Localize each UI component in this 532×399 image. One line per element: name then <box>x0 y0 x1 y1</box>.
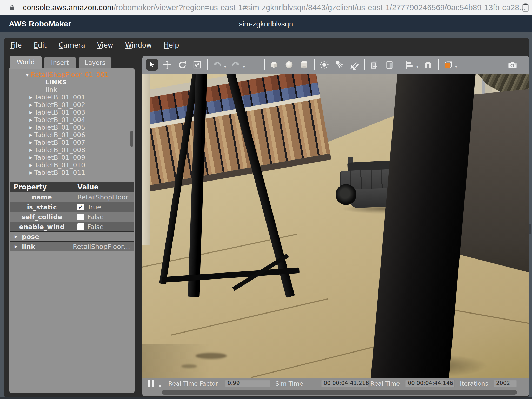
menu-window[interactable]: Window <box>125 41 152 52</box>
snap-tool-button[interactable] <box>422 59 434 71</box>
insert-sphere-button[interactable] <box>283 59 295 71</box>
tree-scrollbar[interactable] <box>130 131 133 147</box>
menu-help[interactable]: Help <box>164 41 179 52</box>
property-row-pose[interactable]: ▶pose <box>10 231 134 241</box>
menu-bar: File Edit Camera View Window Help <box>10 41 179 52</box>
property-row-self-collide[interactable]: self_collide False <box>10 212 134 222</box>
floor-plank-seam <box>171 298 328 336</box>
tree-item-model[interactable]: ▶TabletB_01_005 <box>9 124 135 131</box>
tree-item-model[interactable]: ▶TabletB_01_004 <box>9 116 135 124</box>
translate-tool-button[interactable] <box>161 59 173 71</box>
expand-arrow-icon[interactable]: ▶ <box>28 103 34 107</box>
expand-arrow-icon[interactable]: ▶ <box>28 170 34 175</box>
undo-button[interactable] <box>211 59 223 71</box>
gazebo-toolbar: ▾ ▾ <box>142 56 529 74</box>
pause-button[interactable] <box>148 380 154 387</box>
floor-shadow <box>142 344 210 378</box>
horizontal-scrollbar[interactable] <box>142 389 529 396</box>
view-angle-button[interactable] <box>442 59 454 71</box>
render-viewport: ▾ ▾ <box>142 56 529 396</box>
checkbox-unchecked[interactable] <box>77 214 84 220</box>
gazebo-window: File Edit Camera View Window Help World … <box>4 38 529 398</box>
url-domain: console.aws.amazon.com <box>23 3 114 12</box>
tree-item-model[interactable]: ▶TabletB_01_009 <box>9 154 135 161</box>
tab-world[interactable]: World <box>10 56 42 69</box>
menu-file[interactable]: File <box>10 41 22 52</box>
align-tool-button[interactable] <box>403 59 415 71</box>
redo-button[interactable] <box>230 59 242 71</box>
tree-item-model[interactable]: ▶TabletB_01_010 <box>9 161 135 169</box>
clipboard-icon[interactable] <box>521 3 530 14</box>
view-angle-dropdown-caret[interactable]: ▾ <box>455 64 457 69</box>
expand-arrow-icon[interactable]: ▶ <box>28 155 34 160</box>
toolbar-separator <box>207 59 208 70</box>
expand-arrow-icon[interactable]: ▶ <box>28 133 34 137</box>
tab-insert[interactable]: Insert <box>44 57 76 68</box>
tree-item-model[interactable]: ▶TabletB_01_006 <box>9 131 135 139</box>
expand-arrow-icon[interactable]: ▶ <box>28 148 34 152</box>
paste-button[interactable] <box>383 59 395 71</box>
iterations-label: Iterations <box>460 380 488 387</box>
toolbar-more-dash-icon[interactable]: – <box>520 62 522 67</box>
sim-time-value: 00 00:04:41.218 <box>321 380 368 387</box>
align-dropdown-caret[interactable]: ▾ <box>416 64 418 69</box>
menu-view[interactable]: View <box>97 41 113 52</box>
select-tool-button[interactable] <box>146 59 158 71</box>
tree-item-root[interactable]: ▼RetailShopFloor_01_001 <box>9 71 135 78</box>
toolbar-separator <box>314 59 315 70</box>
url-text[interactable]: console.aws.amazon.com/robomaker/viewer?… <box>23 3 526 12</box>
robot-wheel <box>336 184 356 205</box>
property-table-header: Property Value <box>10 182 134 192</box>
screenshot-button[interactable] <box>507 59 518 71</box>
tree-item-model[interactable]: ▶TabletB_01_003 <box>9 109 135 116</box>
step-button[interactable] <box>159 385 161 387</box>
directional-light-button[interactable] <box>348 59 360 71</box>
expand-arrow-icon[interactable]: ▶ <box>28 125 34 130</box>
redo-dropdown-caret[interactable]: ▾ <box>243 64 245 69</box>
property-row-is-static[interactable]: is_static ✓True <box>10 202 134 212</box>
tree-item-model[interactable]: ▶TabletB_01_011 <box>9 169 135 176</box>
point-light-button[interactable] <box>318 59 330 71</box>
tree-item-link[interactable]: link <box>9 86 135 94</box>
property-row-name[interactable]: name RetailShopFloor… <box>10 192 134 202</box>
rtf-label: Real Time Factor <box>168 380 218 387</box>
expand-arrow-icon[interactable]: ▶ <box>28 163 34 168</box>
expand-arrow-icon[interactable]: ▶ <box>28 110 34 115</box>
expand-arrow-icon[interactable]: ▶ <box>28 140 34 145</box>
lock-icon <box>8 3 16 13</box>
spot-light-button[interactable] <box>333 59 345 71</box>
tree-item-model[interactable]: ▶TabletB_01_001 <box>9 94 135 101</box>
expand-arrow-icon[interactable]: ▶ <box>28 95 34 100</box>
3d-scene[interactable] <box>142 74 529 378</box>
scale-tool-button[interactable] <box>191 59 203 71</box>
expand-arrow-icon[interactable]: ▶ <box>15 244 22 249</box>
value-column-header: Value <box>74 183 134 191</box>
browser-url-bar[interactable]: console.aws.amazon.com/robomaker/viewer?… <box>0 0 532 15</box>
checkbox-checked[interactable]: ✓ <box>77 204 84 210</box>
menu-camera[interactable]: Camera <box>59 41 85 52</box>
stool-crossbar[interactable] <box>162 268 300 283</box>
tab-layers[interactable]: Layers <box>78 57 112 68</box>
rotate-tool-button[interactable] <box>176 59 188 71</box>
tree-item-model[interactable]: ▶TabletB_01_008 <box>9 146 135 154</box>
tree-item-model[interactable]: ▶TabletB_01_007 <box>9 139 135 146</box>
expand-arrow-icon[interactable]: ▶ <box>15 234 22 239</box>
horizontal-scrollbar-thumb[interactable] <box>162 390 517 395</box>
url-path: /robomaker/viewer?region=us-east-1#sim-z… <box>114 3 526 12</box>
insert-box-button[interactable] <box>268 59 280 71</box>
floor-smudge <box>196 353 227 359</box>
tree-item-model[interactable]: ▶TabletB_01_002 <box>9 101 135 109</box>
collapse-arrow-icon[interactable]: ▼ <box>24 72 31 77</box>
scene-dark-column[interactable] <box>370 74 476 378</box>
insert-cylinder-button[interactable] <box>298 59 310 71</box>
copy-button[interactable] <box>368 59 380 71</box>
undo-dropdown-caret[interactable]: ▾ <box>224 64 226 69</box>
expand-arrow-icon[interactable]: ▶ <box>28 118 34 122</box>
toolbar-separator <box>438 59 439 70</box>
property-row-enable-wind[interactable]: enable_wind False <box>10 222 134 231</box>
property-table: Property Value name RetailShopFloor… is_… <box>10 182 134 251</box>
page-scrollbar-thumb[interactable] <box>529 224 531 234</box>
checkbox-unchecked[interactable] <box>77 223 84 230</box>
menu-edit[interactable]: Edit <box>34 41 47 52</box>
property-row-link[interactable]: ▶linkRetailShopFloor… <box>10 241 134 251</box>
